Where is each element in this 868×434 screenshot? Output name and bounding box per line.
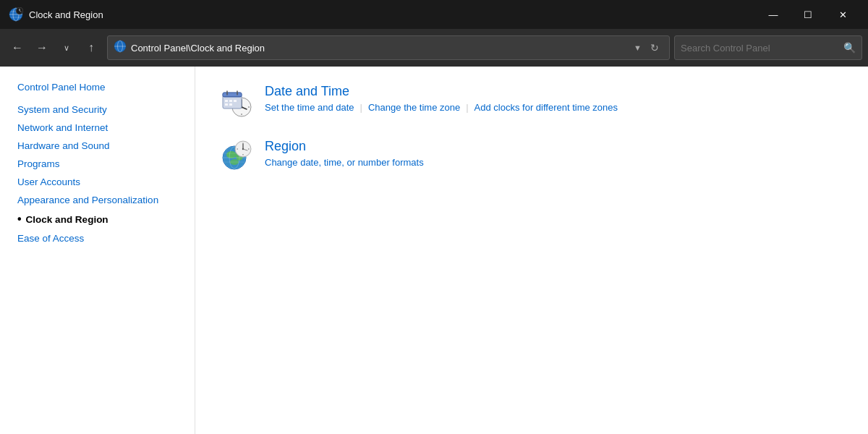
- clock-region-label[interactable]: Clock and Region: [26, 214, 109, 225]
- svg-point-33: [226, 151, 237, 158]
- date-time-category: Date and Time Set the time and date | Ch…: [218, 84, 845, 119]
- date-time-title[interactable]: Date and Time: [265, 84, 618, 99]
- ease-of-access-link[interactable]: Ease of Access: [17, 233, 84, 244]
- region-title[interactable]: Region: [265, 139, 424, 154]
- user-accounts-link[interactable]: User Accounts: [17, 176, 80, 187]
- search-bar: 🔍: [674, 35, 862, 60]
- network-internet-link[interactable]: Network and Internet: [17, 122, 108, 133]
- separator-2: |: [466, 102, 468, 113]
- forward-button[interactable]: →: [30, 36, 54, 59]
- sidebar-item-network-internet[interactable]: Network and Internet: [0, 119, 195, 137]
- hardware-sound-link[interactable]: Hardware and Sound: [17, 140, 110, 151]
- svg-rect-23: [223, 96, 242, 97]
- separator-1: |: [360, 102, 362, 113]
- sidebar-item-programs[interactable]: Programs: [0, 155, 195, 173]
- address-input[interactable]: [131, 43, 629, 54]
- svg-rect-29: [225, 103, 228, 106]
- sidebar-item-system-security[interactable]: System and Security: [0, 101, 195, 119]
- active-bullet: •: [17, 213, 22, 226]
- search-icon: 🔍: [843, 42, 856, 54]
- programs-link[interactable]: Programs: [17, 158, 60, 169]
- maximize-button[interactable]: ☐: [791, 3, 825, 26]
- region-icon: [218, 139, 253, 174]
- address-icon: [114, 40, 127, 56]
- change-formats-link[interactable]: Change date, time, or number formats: [265, 157, 424, 168]
- up-button[interactable]: ↑: [80, 36, 103, 59]
- appearance-personalization-link[interactable]: Appearance and Personalization: [17, 195, 158, 205]
- svg-rect-28: [234, 100, 237, 102]
- sidebar-item-control-panel-home[interactable]: Control Panel Home: [0, 78, 195, 96]
- address-dropdown-icon[interactable]: ▼: [634, 43, 642, 52]
- sidebar-item-hardware-sound[interactable]: Hardware and Sound: [0, 137, 195, 155]
- window-controls: — ☐ ✕: [757, 3, 859, 26]
- region-content: Region Change date, time, or number form…: [265, 139, 424, 168]
- search-input[interactable]: [681, 43, 839, 54]
- window-title: Clock and Region: [29, 9, 103, 20]
- svg-rect-26: [225, 100, 228, 102]
- set-time-date-link[interactable]: Set the time and date: [265, 102, 354, 113]
- date-time-content: Date and Time Set the time and date | Ch…: [265, 84, 618, 113]
- dropdown-button[interactable]: ∨: [55, 36, 78, 59]
- date-time-links: Set the time and date | Change the time …: [265, 102, 618, 113]
- minimize-button[interactable]: —: [757, 3, 790, 26]
- titlebar-left: Clock and Region: [9, 7, 103, 22]
- svg-rect-30: [229, 103, 232, 106]
- content-area: Control Panel Home System and Security N…: [0, 67, 868, 434]
- close-button[interactable]: ✕: [826, 3, 859, 26]
- region-links: Change date, time, or number formats: [265, 157, 424, 168]
- date-time-icon: [218, 84, 253, 119]
- titlebar: Clock and Region — ☐ ✕: [0, 0, 868, 29]
- refresh-button[interactable]: ↻: [646, 41, 663, 55]
- main-panel: Date and Time Set the time and date | Ch…: [195, 67, 868, 434]
- system-security-link[interactable]: System and Security: [17, 104, 107, 115]
- sidebar: Control Panel Home System and Security N…: [0, 67, 195, 434]
- address-bar: ▼ ↻: [107, 35, 670, 60]
- sidebar-item-user-accounts[interactable]: User Accounts: [0, 173, 195, 191]
- change-time-zone-link[interactable]: Change the time zone: [368, 102, 460, 113]
- control-panel-home-link[interactable]: Control Panel Home: [17, 82, 106, 93]
- sidebar-item-clock-region[interactable]: • Clock and Region: [0, 209, 195, 229]
- svg-rect-27: [229, 100, 232, 102]
- region-category: Region Change date, time, or number form…: [218, 139, 845, 174]
- sidebar-item-ease-of-access[interactable]: Ease of Access: [0, 229, 195, 247]
- navbar: ← → ∨ ↑ ▼ ↻ 🔍: [0, 29, 868, 67]
- add-clocks-link[interactable]: Add clocks for different time zones: [475, 102, 618, 113]
- sidebar-item-appearance-personalization[interactable]: Appearance and Personalization: [0, 191, 195, 209]
- app-icon: [9, 7, 23, 22]
- back-button[interactable]: ←: [6, 36, 29, 59]
